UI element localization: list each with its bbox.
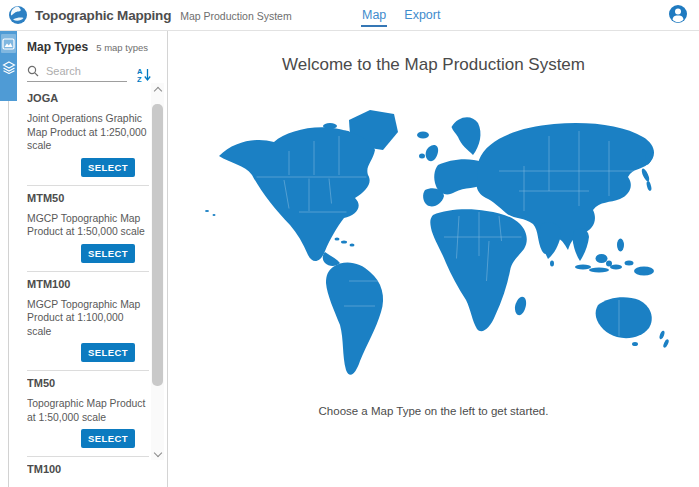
scroll-down-icon[interactable] [151,447,164,460]
widget-bar-blue [0,31,17,101]
main-content: Welcome to the Map Production System [168,31,699,487]
globe-logo-icon [8,5,28,25]
map-type-count: 5 map types [96,42,148,53]
select-button[interactable]: SELECT [81,244,135,263]
welcome-title: Welcome to the Map Production System [282,55,585,75]
map-type-name: JOGA [27,92,149,105]
scroll-up-icon[interactable] [151,83,164,96]
map-type-description: MGCP Topographic Map Product at 1:100,00… [27,298,149,339]
select-button[interactable]: SELECT [81,158,135,177]
map-type-item: TM100 [27,457,149,476]
map-types-panel: Map Types 5 map types A Z [17,31,168,487]
map-type-item: JOGA Joint Operations Graphic Map Produc… [27,86,149,186]
map-type-item: MTM50 MGCP Topographic Map Product at 1:… [27,186,149,272]
sort-az-icon[interactable]: A Z [137,67,152,82]
scrollbar-thumb[interactable] [152,104,163,386]
tab-map[interactable]: Map [361,3,387,27]
select-button[interactable]: SELECT [81,429,135,448]
account-icon[interactable] [668,4,688,24]
map-type-name: TM100 [27,463,149,476]
app-body: Map Types 5 map types A Z [0,31,699,487]
map-type-name: MTM50 [27,192,149,205]
page-subtitle: Map Production System [180,8,291,22]
map-type-item: MTM100 MGCP Topographic Map Product at 1… [27,272,149,372]
search-icon [27,65,39,77]
widget-bar [0,31,17,487]
world-map-image [199,91,669,391]
map-type-description: Joint Operations Graphic Map Product at … [27,112,149,153]
search-box [27,64,127,82]
map-type-item: TM50 Topographic Map Product at 1:50,000… [27,371,149,457]
tab-export[interactable]: Export [403,3,441,27]
app-header: Topographic Mapping Map Production Syste… [0,0,699,31]
widget-bar-divider [8,101,9,487]
svg-text:Z: Z [137,75,142,83]
sidebar-scrollbar [151,83,164,460]
panel-title: Map Types [27,40,88,54]
select-button[interactable]: SELECT [81,343,135,362]
page-title: Topographic Mapping [35,8,171,23]
search-input[interactable] [44,64,126,78]
map-type-name: TM50 [27,377,149,390]
map-type-description: Topographic Map Product at 1:50,000 scal… [27,397,149,424]
panel-header: Map Types 5 map types [27,40,148,54]
search-row: A Z [27,64,152,82]
app-window: Topographic Mapping Map Production Syste… [0,0,699,487]
map-type-name: MTM100 [27,278,149,291]
header-tabs: Map Export [361,0,441,30]
layers-icon[interactable] [1,58,16,77]
map-panel-icon[interactable] [1,34,16,53]
map-type-description: MGCP Topographic Map Product at 1:50,000… [27,212,149,239]
map-type-list: JOGA Joint Operations Graphic Map Produc… [27,86,149,476]
instruction-text: Choose a Map Type on the left to get sta… [319,405,549,417]
